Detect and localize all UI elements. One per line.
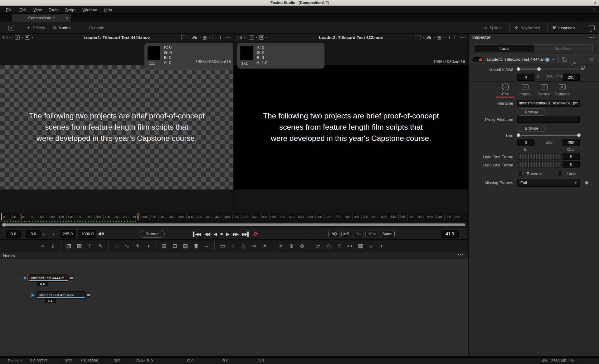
- light3d-tool-icon[interactable]: ☼: [366, 243, 376, 249]
- chevron-down-icon[interactable]: ▾: [188, 36, 190, 39]
- ruler-frame-label[interactable]: 820: [380, 214, 389, 220]
- ruler-frame-label[interactable]: 260: [122, 214, 131, 220]
- frame-format-icon[interactable]: [449, 36, 455, 39]
- ruler-frame-label[interactable]: 400: [186, 214, 195, 220]
- play-reverse-fast-button[interactable]: ◀◀: [204, 232, 210, 237]
- tab-import[interactable]: ✦ Import: [516, 83, 534, 96]
- dissolve-tool-icon[interactable]: ▤: [180, 243, 191, 249]
- chevron-down-icon[interactable]: ▾: [256, 36, 257, 39]
- inspector-button[interactable]: ⚒ Inspector: [552, 22, 575, 34]
- ellipse-mask-tool-icon[interactable]: ○: [228, 243, 238, 249]
- nodes-panel-options-icon[interactable]: •••: [458, 252, 464, 257]
- hold-first-frame-field[interactable]: 0: [562, 153, 580, 160]
- chevron-down-icon[interactable]: ▾: [32, 36, 33, 39]
- ruler-frame-label[interactable]: 620: [288, 214, 297, 220]
- menu-help[interactable]: Help: [100, 7, 115, 12]
- global-out-handle[interactable]: [537, 67, 541, 71]
- node-view-indicator-icon[interactable]: [32, 293, 34, 297]
- channel-select-icon[interactable]: A: [15, 35, 20, 40]
- ruler-frame-label[interactable]: 280: [131, 214, 140, 220]
- ruler-frame-label[interactable]: 20: [11, 214, 20, 220]
- ruler-frame-label[interactable]: 640: [297, 214, 306, 220]
- ruler-frame-label[interactable]: 500: [232, 214, 241, 220]
- node-output-square[interactable]: [87, 294, 90, 297]
- presentation-mode-button[interactable]: [588, 22, 595, 34]
- ruler-frame-label[interactable]: 340: [158, 214, 168, 220]
- menu-edit[interactable]: Edit: [16, 7, 30, 12]
- node-loader2[interactable]: Titlecard Test 422.mov: [36, 291, 86, 299]
- trim-out-handle[interactable]: [577, 133, 581, 137]
- play-button[interactable]: ▶: [226, 232, 229, 237]
- menu-tools[interactable]: Tools: [45, 7, 61, 12]
- ruler-frame-label[interactable]: 740: [343, 214, 352, 220]
- current-frame-field[interactable]: 41.0: [441, 230, 459, 238]
- node-output-square[interactable]: [70, 276, 73, 280]
- loop-button[interactable]: ⟳: [254, 231, 258, 237]
- ruler-frame-label[interactable]: 380: [177, 214, 186, 220]
- background-tool-icon[interactable]: ▨: [63, 243, 74, 249]
- ruler-frame-label[interactable]: 780: [361, 214, 370, 220]
- ruler-frame-label[interactable]: 980: [454, 214, 463, 220]
- step-back-button[interactable]: ‹: [43, 230, 45, 238]
- audio-speaker-icon[interactable]: [99, 231, 104, 237]
- filename-input[interactable]: [517, 100, 580, 107]
- merge3d-tool-icon[interactable]: ⊶: [344, 243, 355, 249]
- ruler-frame-label[interactable]: 440: [205, 214, 214, 220]
- ruler-frame-label[interactable]: 800: [371, 214, 380, 220]
- reverse-checkbox[interactable]: [517, 171, 523, 176]
- ruler-frame-label[interactable]: 200: [94, 214, 103, 220]
- chevron-down-icon[interactable]: ▾: [199, 36, 201, 39]
- quality-some-button[interactable]: Some: [380, 231, 395, 237]
- huecurves-tool-icon[interactable]: ◑: [143, 243, 153, 249]
- keyframes-button[interactable]: ❖ Keyframes: [514, 22, 540, 34]
- polygon-mask-tool-icon[interactable]: △: [238, 243, 249, 249]
- missing-frames-dropdown[interactable]: Fail ▾: [517, 179, 580, 187]
- trim-in-handle[interactable]: [517, 133, 520, 137]
- tab-file[interactable]: → File: [496, 83, 515, 96]
- ruler-frame-label[interactable]: 140: [66, 214, 75, 220]
- ruler-frame-label[interactable]: 460: [214, 214, 223, 220]
- ruler-frame-label[interactable]: 100: [48, 214, 57, 220]
- ruler-frame-label[interactable]: 360: [168, 214, 177, 220]
- fastnoise-tool-icon[interactable]: ▩: [74, 243, 85, 249]
- ruler-frame-label[interactable]: 680: [315, 214, 324, 220]
- tab-settings[interactable]: ⚙ Settings: [553, 83, 572, 96]
- ruler-frame-label[interactable]: 920: [426, 214, 435, 220]
- frame-format-icon[interactable]: [215, 36, 221, 39]
- inspector-options-icon[interactable]: •••: [589, 35, 595, 40]
- transform-tool-icon[interactable]: ⊡: [169, 243, 180, 249]
- stop-button[interactable]: ■: [220, 232, 222, 237]
- ruler-frame-label[interactable]: 240: [113, 214, 122, 220]
- roi-icon[interactable]: [416, 36, 421, 39]
- scrollbar-knob[interactable]: [2, 223, 6, 227]
- node-loader1[interactable]: Titlecard Test 4444.m...: [28, 274, 69, 282]
- console-button[interactable]: Console: [89, 22, 104, 34]
- hold-first-frame-wheel[interactable]: [517, 153, 560, 160]
- guides-grid-icon[interactable]: ▦: [437, 35, 441, 40]
- render-range-start-marker[interactable]: [1, 213, 2, 220]
- lut-colorwheel-icon[interactable]: [428, 36, 430, 38]
- ruler-frame-label[interactable]: 600: [279, 214, 288, 220]
- global-inout-slider[interactable]: [517, 69, 580, 69]
- copy-settings-icon[interactable]: [562, 57, 566, 61]
- menu-script[interactable]: Script: [62, 7, 79, 12]
- trim-slider[interactable]: [517, 135, 580, 136]
- chevron-down-icon[interactable]: ▾: [434, 36, 435, 39]
- ruler-frame-label[interactable]: 900: [417, 214, 426, 220]
- global-in-field[interactable]: 0: [517, 74, 534, 81]
- tile-color-icon[interactable]: [545, 58, 549, 62]
- mattecontrol-tool-icon[interactable]: ▣: [191, 243, 201, 249]
- menu-file[interactable]: File: [2, 7, 16, 12]
- render-button[interactable]: Render: [140, 230, 165, 238]
- particle-force-tool-icon[interactable]: ⊕: [286, 243, 297, 249]
- subview-icon[interactable]: [259, 35, 264, 40]
- spline-button[interactable]: ∿ Spline: [484, 22, 501, 34]
- window-close-icon[interactable]: ×: [594, 0, 597, 5]
- lock-icon[interactable]: [580, 66, 585, 70]
- chevron-down-icon[interactable]: ▾: [9, 36, 11, 39]
- node-graph-canvas[interactable]: Titlecard Test 4444.m... Titlecard Test …: [0, 259, 468, 356]
- ruler-frame-label[interactable]: 180: [85, 214, 94, 220]
- paint-tool-icon[interactable]: ✎: [95, 243, 106, 249]
- ruler-frame-label[interactable]: 860: [398, 214, 407, 220]
- text3d-tool-icon[interactable]: Ŧ: [334, 243, 344, 249]
